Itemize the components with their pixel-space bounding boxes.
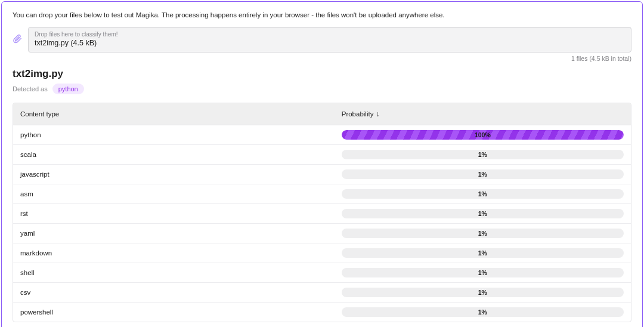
intro-text: You can drop your files below to test ou… [13,11,631,18]
app-frame: You can drop your files below to test ou… [1,1,643,327]
probability-bar-label: 100% [342,130,624,140]
cell-probability: 1% [335,204,631,223]
cell-probability: 1% [335,224,631,243]
file-title: txt2img.py [13,68,631,80]
probability-bar-label: 1% [342,229,624,238]
cell-probability: 1% [335,165,631,184]
file-dropzone[interactable]: Drop files here to classify them! txt2im… [28,27,631,53]
table-row: asm1% [13,184,631,204]
header-probability[interactable]: Probability ↓ [335,103,631,125]
probability-bar-label: 1% [342,189,624,199]
detected-row: Detected as python [13,84,631,94]
cell-content-type: javascript [13,165,335,184]
probability-bar-label: 1% [342,268,624,277]
cell-probability: 1% [335,303,631,322]
cell-probability: 1% [335,145,631,164]
paperclip-icon [13,33,22,46]
probability-bar: 1% [342,209,624,218]
detected-label: Detected as [13,85,48,92]
cell-content-type: rst [13,204,335,223]
cell-content-type: shell [13,263,335,282]
probability-bar: 1% [342,150,624,159]
table-row: scala1% [13,145,631,165]
table-row: javascript1% [13,165,631,184]
table-header: Content type Probability ↓ [13,103,631,125]
detected-type-badge: python [52,84,84,94]
cell-content-type: scala [13,145,335,164]
cell-probability: 1% [335,283,631,302]
probability-bar: 100% [342,130,624,140]
files-summary: 1 files (4.5 kB in total) [13,55,631,62]
table-row: rst1% [13,204,631,224]
probability-bar: 1% [342,268,624,277]
probability-bar-label: 1% [342,248,624,258]
table-row: markdown1% [13,243,631,263]
dropzone-hint: Drop files here to classify them! [35,31,625,38]
cell-probability: 1% [335,184,631,203]
probability-bar-label: 1% [342,150,624,159]
probability-bar: 1% [342,169,624,179]
probability-bar-label: 1% [342,307,624,317]
cell-content-type: yaml [13,224,335,243]
cell-content-type: python [13,125,335,144]
probability-bar: 1% [342,189,624,199]
probability-bar-label: 1% [342,209,624,218]
header-probability-label: Probability [342,110,374,118]
probability-bar: 1% [342,248,624,258]
probability-bar: 1% [342,288,624,297]
cell-content-type: asm [13,184,335,203]
dropzone-current-file: txt2img.py (4.5 kB) [35,39,625,47]
dropzone-row: Drop files here to classify them! txt2im… [13,27,631,53]
header-content-type[interactable]: Content type [13,103,335,125]
table-row: powershell1% [13,303,631,322]
cell-probability: 1% [335,243,631,263]
cell-content-type: powershell [13,303,335,322]
probability-bar: 1% [342,229,624,238]
table-row: csv1% [13,283,631,303]
cell-content-type: csv [13,283,335,302]
cell-probability: 1% [335,263,631,282]
sort-desc-icon: ↓ [376,110,379,118]
cell-content-type: markdown [13,243,335,263]
probability-bar: 1% [342,307,624,317]
table-row: yaml1% [13,224,631,243]
table-body: python100%scala1%javascript1%asm1%rst1%y… [13,125,631,322]
probability-bar-label: 1% [342,288,624,297]
table-row: shell1% [13,263,631,283]
cell-probability: 100% [335,125,631,144]
table-row: python100% [13,125,631,145]
probability-table: Content type Probability ↓ python100%sca… [13,103,631,322]
probability-bar-label: 1% [342,169,624,179]
